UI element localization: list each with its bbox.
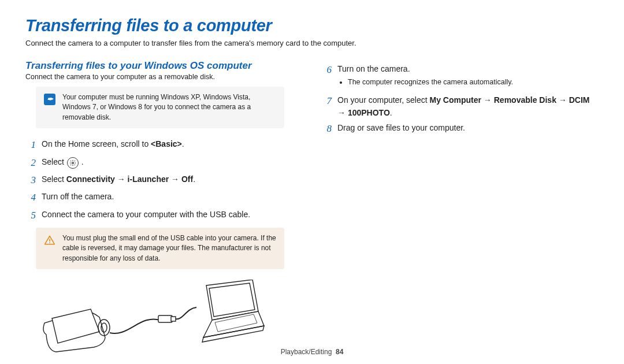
footer-page-number: 84	[336, 348, 343, 356]
page-footer: Playback/Editing 84	[0, 348, 624, 356]
text: Select	[42, 174, 66, 184]
info-note: ✒ Your computer must be running Windows …	[36, 87, 284, 128]
text: Select	[42, 157, 66, 166]
two-column-layout: Transferring files to your Windows OS co…	[25, 60, 599, 363]
svg-point-0	[72, 162, 73, 164]
sub-bullet-item: The computer recognizes the camera autom…	[348, 77, 599, 88]
text: Turn on the camera.	[337, 64, 410, 73]
step-7: 7 On your computer, select My Computer →…	[321, 94, 599, 119]
right-column: 6 Turn on the camera. The computer recog…	[321, 60, 599, 363]
info-icon: ✒	[44, 94, 55, 105]
text: .	[390, 108, 392, 117]
sub-bullets: The computer recognizes the camera autom…	[348, 77, 599, 88]
steps-left: 1 On the Home screen, scroll to <Basic>.…	[25, 138, 303, 223]
step-body: Select .	[42, 155, 303, 169]
text: .	[79, 157, 84, 166]
step-8: 8 Drag or save files to your computer.	[321, 121, 599, 136]
page-title: Transferring files to a computer	[25, 16, 599, 35]
footer-section: Playback/Editing	[281, 348, 332, 356]
step-number: 2	[25, 155, 36, 170]
step-body: Drag or save files to your computer.	[337, 121, 599, 135]
text: .	[182, 139, 184, 148]
step-3: 3 Select Connectivity → i-Launcher → Off…	[25, 173, 303, 188]
step-5: 5 Connect the camera to your computer wi…	[25, 208, 303, 223]
step-number: 5	[25, 208, 36, 223]
svg-rect-5	[158, 315, 172, 322]
step-body: Turn off the camera.	[42, 190, 303, 203]
bold-text: <Basic>	[151, 139, 182, 148]
left-column: Transferring files to your Windows OS co…	[25, 60, 303, 363]
svg-point-2	[49, 242, 50, 243]
step-6: 6 Turn on the camera. The computer recog…	[321, 62, 599, 91]
warning-text: You must plug the small end of the USB c…	[62, 233, 276, 263]
svg-rect-6	[171, 317, 176, 321]
text: .	[193, 174, 195, 184]
text: On the Home screen, scroll to	[42, 139, 151, 148]
warning-icon	[44, 235, 55, 246]
info-note-text: Your computer must be running Windows XP…	[62, 92, 276, 122]
step-body: On the Home screen, scroll to <Basic>.	[42, 138, 303, 151]
bold-text: Connectivity → i-Launcher → Off	[66, 174, 193, 184]
step-number: 6	[321, 62, 332, 77]
step-number: 7	[321, 94, 332, 109]
steps-right: 6 Turn on the camera. The computer recog…	[321, 62, 599, 137]
step-number: 4	[25, 190, 36, 205]
intro-text: Connect the camera to a computer to tran…	[25, 39, 599, 47]
section-sub: Connect the camera to your computer as a…	[25, 73, 303, 81]
step-body: Select Connectivity → i-Launcher → Off.	[42, 173, 303, 186]
step-number: 1	[25, 138, 36, 153]
warning-note: You must plug the small end of the USB c…	[36, 228, 284, 269]
settings-gear-icon	[67, 157, 79, 169]
step-number: 3	[25, 173, 36, 188]
step-1: 1 On the Home screen, scroll to <Basic>.	[25, 138, 303, 153]
step-4: 4 Turn off the camera.	[25, 190, 303, 205]
step-body: On your computer, select My Computer → R…	[337, 94, 599, 119]
step-2: 2 Select .	[25, 155, 303, 170]
step-body: Turn on the camera. The computer recogni…	[337, 62, 599, 91]
section-title: Transferring files to your Windows OS co…	[25, 60, 303, 72]
page-root: Transferring files to a computer Connect…	[0, 0, 624, 364]
text: On your computer, select	[337, 95, 430, 105]
step-body: Connect the camera to your computer with…	[42, 208, 303, 221]
step-number: 8	[321, 121, 332, 136]
